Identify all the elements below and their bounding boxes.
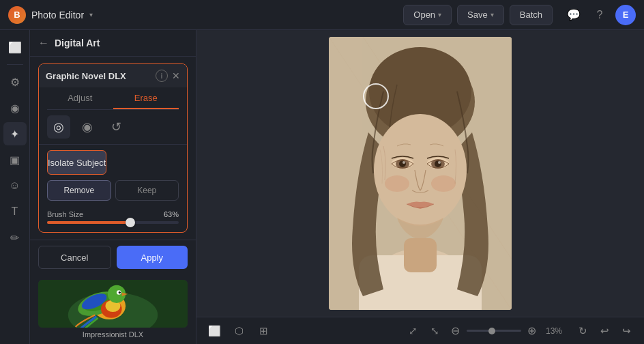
draw-icon-item[interactable]: ✏ xyxy=(3,226,27,249)
zoom-out-button[interactable]: ⊖ xyxy=(448,323,464,339)
apply-button[interactable]: Apply xyxy=(117,246,188,269)
zoom-slider-thumb[interactable] xyxy=(488,328,495,334)
effect-card: Graphic Novel DLX i ✕ Adjust Erase ◎ ◉ ↺… xyxy=(38,63,188,233)
reset-tool-button[interactable]: ↺ xyxy=(104,115,128,139)
zoom-slider-track[interactable] xyxy=(467,330,521,332)
brush-hardness-value: 50% xyxy=(164,231,179,233)
title-chevron[interactable]: ▾ xyxy=(89,11,93,18)
keep-button[interactable]: Keep xyxy=(115,180,179,201)
effects-icon-item[interactable]: ✦ xyxy=(3,122,27,145)
layers-icon-item[interactable]: ⬜ xyxy=(3,35,27,59)
rotate-button[interactable]: ↻ xyxy=(573,321,592,341)
compare-button[interactable]: ⬡ xyxy=(229,321,248,341)
panel-back-button[interactable]: ← xyxy=(38,37,49,49)
eye-icon-item[interactable]: ◉ xyxy=(3,96,27,119)
zoom-value: 13% xyxy=(546,326,562,336)
grid-button[interactable]: ⊞ xyxy=(254,321,273,341)
topbar: B Photo Editor ▾ Open ▾ Save ▾ Batch 💬 ?… xyxy=(0,0,644,30)
save-button[interactable]: Save ▾ xyxy=(457,5,504,25)
layers-bottom-button[interactable]: ⬜ xyxy=(205,321,224,341)
gradient-tool-button[interactable]: ◉ xyxy=(76,115,99,139)
brush-hardness-slider-row: Brush Hardness 50% xyxy=(47,231,179,233)
canvas-content[interactable] xyxy=(196,30,644,317)
brush-size-track[interactable] xyxy=(47,221,179,224)
help-icon-button[interactable]: ? xyxy=(589,5,610,25)
svg-rect-31 xyxy=(329,37,512,310)
brush-size-thumb[interactable] xyxy=(126,218,135,227)
remove-button[interactable]: Remove xyxy=(47,180,111,201)
panel-actions: Cancel Apply xyxy=(30,240,196,274)
thumbnail-section: Impressionist DLX xyxy=(30,274,196,344)
app-title: Photo Editor xyxy=(31,10,84,20)
undo-button[interactable]: ↩ xyxy=(595,321,614,341)
main-layout: ⬜ ⚙ ◉ ✦ ▣ ☺ T ✏ ← Digital Art Graphic No… xyxy=(0,30,644,344)
open-button[interactable]: Open ▾ xyxy=(403,5,452,25)
frames-icon-item[interactable]: ▣ xyxy=(3,148,27,171)
bottom-right-actions: ↻ ↩ ↪ xyxy=(573,321,636,341)
isolate-subject-button[interactable]: Isolate Subject xyxy=(47,150,106,175)
batch-button[interactable]: Batch xyxy=(510,5,553,25)
bottom-bar: ⬜ ⬡ ⊞ ⤢ ⤡ ⊖ ⊕ 13% ↻ ↩ ↪ xyxy=(196,317,644,344)
brush-size-label: Brush Size xyxy=(47,210,83,218)
info-icon[interactable]: i xyxy=(156,70,168,82)
tab-adjust[interactable]: Adjust xyxy=(47,87,113,109)
tool-icons-row: ◎ ◉ ↺ xyxy=(39,110,187,145)
sliders-section: Brush Size 63% Brush Hardness 50% xyxy=(39,207,187,233)
fit-button[interactable]: ⤡ xyxy=(426,321,445,341)
sliders-icon-item[interactable]: ⚙ xyxy=(3,70,27,94)
panel-section-title: Digital Art xyxy=(55,38,188,48)
effect-close-button[interactable]: ✕ xyxy=(172,70,180,81)
effect-tabs: Adjust Erase xyxy=(47,87,179,110)
brush-size-fill xyxy=(47,221,130,224)
people-icon-item[interactable]: ☺ xyxy=(3,174,27,197)
remove-keep-row: Remove Keep xyxy=(47,180,179,201)
brush-size-value: 63% xyxy=(164,210,179,218)
tab-erase[interactable]: Erase xyxy=(113,87,179,109)
impressionist-thumbnail[interactable] xyxy=(38,280,188,328)
effect-card-header: Graphic Novel DLX i ✕ xyxy=(39,64,187,87)
expand-button[interactable]: ⤢ xyxy=(404,321,423,341)
effect-name: Graphic Novel DLX xyxy=(46,71,151,81)
canvas-area: ⬜ ⬡ ⊞ ⤢ ⤡ ⊖ ⊕ 13% ↻ ↩ ↪ xyxy=(196,30,644,344)
panel-header: ← Digital Art xyxy=(30,30,196,57)
text-icon-item[interactable]: T xyxy=(3,200,27,223)
effects-panel: ← Digital Art Graphic Novel DLX i ✕ Adju… xyxy=(30,30,196,344)
app-logo: B xyxy=(8,6,26,24)
zoom-in-button[interactable]: ⊕ xyxy=(524,323,540,339)
redo-button[interactable]: ↪ xyxy=(617,321,636,341)
brush-size-slider-row: Brush Size 63% xyxy=(47,210,179,224)
cancel-button[interactable]: Cancel xyxy=(38,246,111,269)
canvas-image xyxy=(329,37,512,310)
chat-icon-button[interactable]: 💬 xyxy=(564,5,584,25)
zoom-controls: ⤢ ⤡ ⊖ ⊕ 13% xyxy=(404,321,562,341)
brush-hardness-label: Brush Hardness xyxy=(47,231,101,233)
thumbnail-label: Impressionist DLX xyxy=(38,330,188,339)
icon-separator-1 xyxy=(7,64,23,65)
svg-point-10 xyxy=(119,291,121,293)
icon-bar: ⬜ ⚙ ◉ ✦ ▣ ☺ T ✏ xyxy=(0,30,30,344)
brush-tool-button[interactable]: ◎ xyxy=(47,115,70,139)
user-avatar-button[interactable]: E xyxy=(615,5,636,25)
